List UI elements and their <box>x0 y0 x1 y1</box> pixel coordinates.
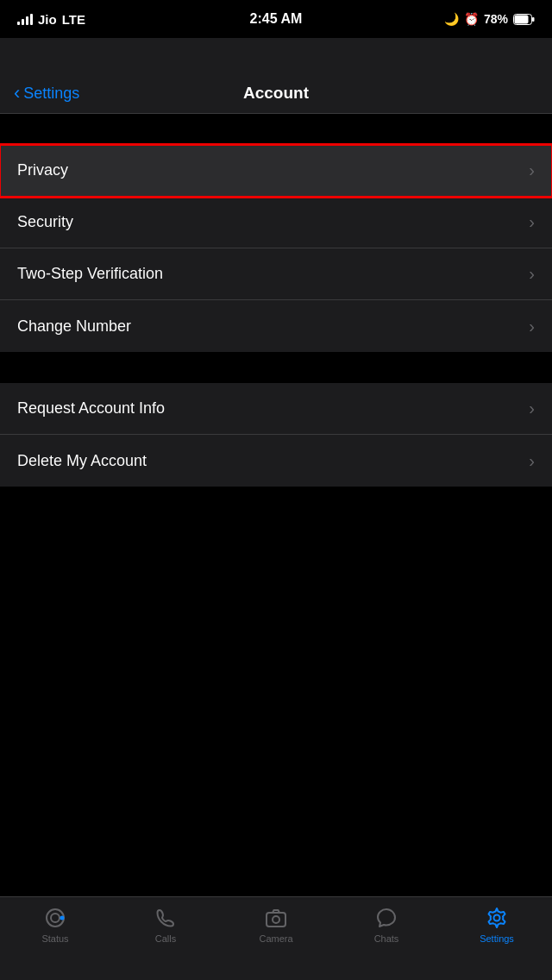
status-time: 2:45 AM <box>250 11 303 27</box>
svg-rect-1 <box>532 17 535 22</box>
menu-section-secondary: Request Account Info › Delete My Account… <box>0 383 552 487</box>
privacy-chevron-icon: › <box>529 160 535 180</box>
carrier-label: Jio <box>38 12 57 27</box>
moon-icon: 🌙 <box>444 12 459 26</box>
tab-bar: Status Calls Camera Chats <box>0 896 552 980</box>
status-tab-icon <box>43 906 67 930</box>
delete-account-label: Delete My Account <box>17 452 147 470</box>
tab-camera[interactable]: Camera <box>221 906 331 944</box>
menu-item-change-number[interactable]: Change Number › <box>0 300 552 352</box>
settings-tab-label: Settings <box>480 933 514 944</box>
back-button[interactable]: ‹ Settings <box>14 85 79 103</box>
change-number-chevron-icon: › <box>529 317 535 336</box>
signal-bars-icon <box>17 13 33 25</box>
nav-header: ‹ Settings Account <box>0 38 552 114</box>
back-label: Settings <box>23 85 79 103</box>
section-gap-middle <box>0 352 552 383</box>
delete-account-chevron-icon: › <box>529 451 535 471</box>
tab-calls[interactable]: Calls <box>110 906 221 944</box>
svg-point-8 <box>494 915 500 921</box>
calls-tab-icon <box>154 906 178 930</box>
tab-chats[interactable]: Chats <box>331 906 442 944</box>
menu-item-security[interactable]: Security › <box>0 197 552 248</box>
tab-status[interactable]: Status <box>0 906 110 944</box>
status-bar-left: Jio LTE <box>17 12 85 27</box>
menu-item-delete-account[interactable]: Delete My Account › <box>0 435 552 487</box>
request-info-label: Request Account Info <box>17 399 165 418</box>
status-bar: Jio LTE 2:45 AM 🌙 ⏰ 78% <box>0 0 552 38</box>
svg-point-4 <box>51 914 60 922</box>
alarm-icon: ⏰ <box>464 12 479 26</box>
svg-rect-2 <box>515 15 529 23</box>
page-title: Account <box>243 84 309 103</box>
change-number-label: Change Number <box>17 317 131 336</box>
camera-tab-icon <box>264 906 288 930</box>
battery-icon <box>513 14 535 25</box>
menu-section-main: Privacy › Security › Two-Step Verificati… <box>0 145 552 352</box>
section-gap-top <box>0 114 552 145</box>
chats-tab-icon <box>374 906 398 930</box>
svg-point-7 <box>273 916 279 923</box>
svg-rect-6 <box>267 913 285 927</box>
svg-point-5 <box>60 916 65 920</box>
two-step-label: Two-Step Verification <box>17 265 163 283</box>
battery-percentage: 78% <box>484 12 508 26</box>
calls-tab-label: Calls <box>155 933 176 944</box>
security-chevron-icon: › <box>529 212 535 232</box>
back-chevron-icon: ‹ <box>14 84 20 103</box>
menu-item-privacy[interactable]: Privacy › <box>0 145 552 197</box>
menu-item-two-step[interactable]: Two-Step Verification › <box>0 248 552 300</box>
network-label: LTE <box>62 12 85 27</box>
security-label: Security <box>17 213 73 231</box>
camera-tab-label: Camera <box>259 933 292 944</box>
settings-tab-icon <box>485 906 509 930</box>
menu-item-request-info[interactable]: Request Account Info › <box>0 383 552 435</box>
chats-tab-label: Chats <box>374 933 399 944</box>
request-info-chevron-icon: › <box>529 399 535 418</box>
tab-settings[interactable]: Settings <box>442 906 552 944</box>
two-step-chevron-icon: › <box>529 264 535 284</box>
status-bar-right: 🌙 ⏰ 78% <box>444 12 535 26</box>
privacy-label: Privacy <box>17 161 68 179</box>
status-tab-label: Status <box>41 933 68 944</box>
